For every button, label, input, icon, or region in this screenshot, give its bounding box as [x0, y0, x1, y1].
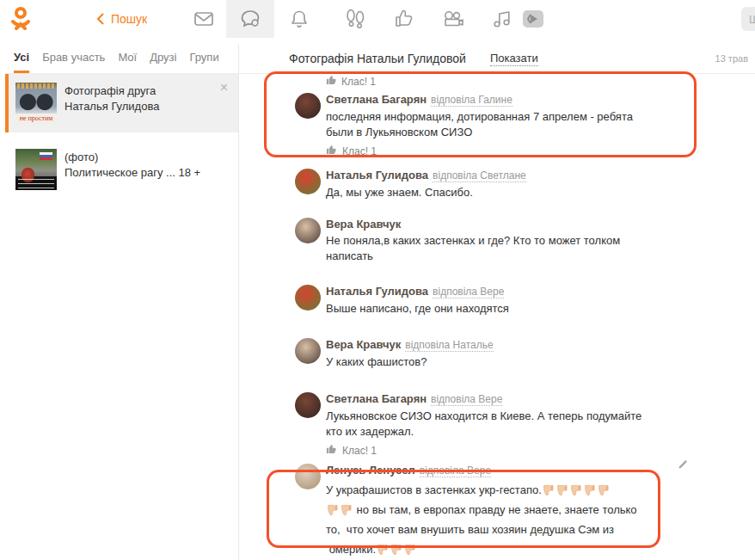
- panel-header: Усі Брав участь Мої Друзі Групи Фотограф…: [5, 44, 755, 74]
- comment-text: последняя информация, дотированная 7 апр…: [326, 109, 684, 140]
- avatar[interactable]: [295, 392, 321, 418]
- comment-author[interactable]: Светлана Багарян: [326, 93, 427, 106]
- like-label: Клас! 1: [342, 145, 377, 157]
- guests-footsteps-icon[interactable]: [331, 0, 379, 38]
- sidebar-item-subtitle: Наталья Гулидова: [64, 99, 159, 114]
- video-feed-icon[interactable]: [509, 0, 557, 38]
- partial-right-button[interactable]: Ш: [741, 7, 755, 31]
- comment-row: Вера КравчукНе поняла,в каких застенках …: [239, 218, 755, 264]
- back-to-search[interactable]: Пошук: [96, 0, 147, 38]
- comment-row: Светлана Багарянвідповіла Галинепоследня…: [239, 93, 755, 157]
- thumbs-down-icon: [326, 503, 353, 516]
- comment-row: Вера Кравчуквідповіла НатальеУ каких фаш…: [239, 338, 755, 370]
- comment-author[interactable]: Ленусь Ленусел: [326, 464, 415, 477]
- comment-row: Наталья Гулидовавідповіла СветланеДа, мы…: [239, 169, 755, 200]
- discussion-header: Фотографія Натальи Гулидовой Показати 13…: [238, 44, 755, 73]
- comment-author[interactable]: Наталья Гулидова: [326, 169, 428, 182]
- comment-text: У каких фашистов?: [326, 354, 684, 370]
- sidebar-thumbnail-1: не простим: [15, 83, 57, 124]
- sidebar-item-title: Фотографія друга: [64, 83, 159, 99]
- thumb-up-icon: [326, 75, 336, 88]
- comment-row: Наталья Гулидовавідповіла ВереВыше напис…: [239, 285, 755, 317]
- like-label: Клас! 1: [341, 76, 376, 88]
- comment-author[interactable]: Вера Кравчук: [326, 218, 401, 231]
- tab-participated[interactable]: Брав участь: [42, 44, 105, 73]
- close-icon[interactable]: ×: [220, 81, 228, 95]
- reply-link[interactable]: відповіла Светлане: [433, 169, 526, 182]
- comment-row: Светлана Багарянвідповіла ВереЛукьяновск…: [239, 392, 755, 457]
- like-label: Клас! 1: [342, 445, 377, 457]
- thumb-up-icon: [326, 145, 336, 157]
- avatar[interactable]: [295, 285, 321, 311]
- reply-link[interactable]: відповіла Вере: [431, 393, 502, 406]
- like-button[interactable]: Клас! 1: [326, 444, 684, 457]
- sidebar-item-title: (фото): [64, 150, 200, 165]
- comment-text: Лукьяновское СИЗО находится в Киеве. А т…: [326, 409, 684, 440]
- comment-author[interactable]: Наталья Гулидова: [326, 285, 428, 298]
- notifications-bell-icon[interactable]: [275, 0, 323, 38]
- like-button[interactable]: Клас! 1: [326, 145, 684, 157]
- back-label: Пошук: [111, 12, 147, 26]
- comment-text: Выше написано, где они находятся: [326, 301, 684, 317]
- comment-text: Да, мы уже знаем. Спасибо.: [326, 185, 684, 200]
- video-camera-icon[interactable]: [429, 0, 477, 38]
- messages-envelope-icon[interactable]: [180, 0, 228, 38]
- avatar[interactable]: [295, 218, 321, 243]
- tab-all[interactable]: Усі: [14, 44, 29, 73]
- like-button[interactable]: Клас! 1: [326, 75, 376, 88]
- sidebar-thumbnail-2: [15, 149, 57, 190]
- discussions-bubble-icon[interactable]: [226, 0, 274, 38]
- avatar[interactable]: [295, 169, 321, 194]
- sidebar-item-subtitle: Политическое рагу ... 18 +: [64, 165, 200, 181]
- discussion-title: Фотографія Натальи Гулидовой: [289, 52, 466, 65]
- top-toolbar: Пошук: [0, 0, 755, 38]
- thumbnail-caption: не простим: [15, 114, 57, 124]
- sidebar-item-photo-political[interactable]: (фото) Политическое рагу ... 18 +: [5, 140, 238, 199]
- reply-link[interactable]: відповіла Вере: [433, 286, 504, 298]
- comments-list: Клас! 1 Светлана Багарянвідповіла Галине…: [239, 74, 755, 560]
- comment-author[interactable]: Светлана Багарян: [326, 392, 427, 405]
- comments-column: Клас! 1 Светлана Багарянвідповіла Галине…: [238, 74, 755, 560]
- avatar[interactable]: [295, 338, 321, 364]
- chevron-left-icon: [96, 13, 104, 25]
- likes-thumb-up-icon[interactable]: [380, 0, 428, 38]
- comment-author[interactable]: Вера Кравчук: [326, 338, 401, 351]
- show-toggle-link[interactable]: Показати: [490, 52, 538, 66]
- thumbs-down-icon: [542, 483, 611, 496]
- discussions-sidebar: не простим Фотографія друга Наталья Гули…: [5, 74, 238, 560]
- sidebar-tabs: Усі Брав участь Мої Друзі Групи: [5, 44, 238, 73]
- comment-text: Не поняла,в каких застенках и где? Кто т…: [326, 233, 684, 264]
- tab-mine[interactable]: Мої: [118, 44, 137, 73]
- comment-text: У украфашистов в застенках укр-гестапо. …: [326, 480, 684, 559]
- tab-friends[interactable]: Друзі: [150, 44, 176, 73]
- avatar[interactable]: [295, 93, 321, 119]
- avatar[interactable]: [295, 464, 321, 489]
- reply-link[interactable]: відповіла Наталье: [405, 339, 493, 352]
- thumb-up-icon: [326, 444, 336, 457]
- reply-link[interactable]: відповіла Вере: [420, 465, 491, 477]
- discussions-panel: Усі Брав участь Мої Друзі Групи Фотограф…: [5, 44, 755, 560]
- thumbs-down-icon: [376, 543, 417, 556]
- tab-groups[interactable]: Групи: [189, 44, 218, 73]
- comment-row: Ленусь Ленуселвідповіла ВереУ украфашист…: [239, 464, 755, 559]
- reply-link[interactable]: відповіла Галине: [431, 94, 513, 107]
- timestamp: 13 трав: [715, 53, 748, 64]
- ok-logo[interactable]: [7, 5, 34, 33]
- sidebar-item-photo-of-friend[interactable]: не простим Фотографія друга Наталья Гули…: [5, 74, 238, 132]
- partial-right-label: Ш: [749, 13, 755, 26]
